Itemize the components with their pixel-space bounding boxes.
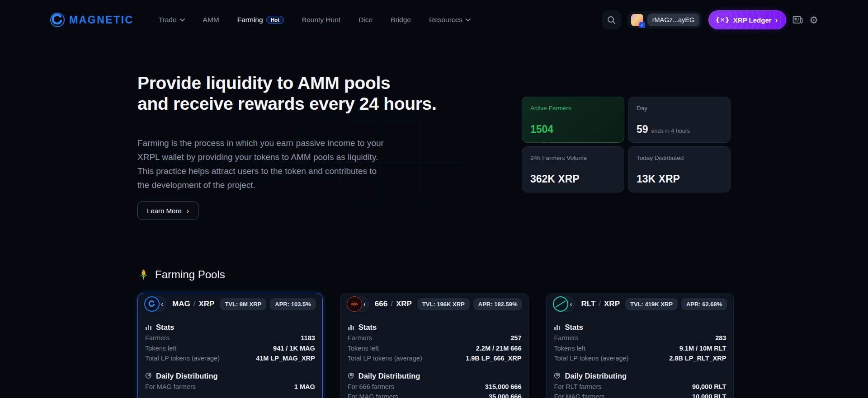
stat-row: Total LP tokens (average)1.9B LP_666_XRP xyxy=(348,353,522,364)
search-icon xyxy=(607,16,616,24)
stat-label: Today Distributed xyxy=(637,155,722,161)
pool-body: Stats Farmers283 Tokens left9.1M / 10M R… xyxy=(547,315,733,398)
pool-card-mag-xrp[interactable]: ‹ MAG/XRP TVL: 8M XRP APR: 103.5% xyxy=(137,293,323,398)
nav-item-label: Trade xyxy=(159,16,177,24)
pool-card-rlt-xrp[interactable]: ‹ RLT/XRP TVL: 419K XRP APR: 62.68% xyxy=(546,293,734,398)
hero-description: Farming is the process in which you earn… xyxy=(137,136,385,192)
pool-pair: MAG/XRP xyxy=(172,300,214,309)
pair-coin-icons: ‹ xyxy=(144,296,167,312)
pool-body: Stats Farmers1183 Tokens left941 / 1K MA… xyxy=(138,315,322,398)
stat-row: Tokens left941 / 1K MAG xyxy=(145,343,315,354)
pie-chart-icon xyxy=(145,372,152,379)
stat-label: 24h Farmers Volume xyxy=(530,155,616,161)
nav-item-bounty-hunt[interactable]: Bounty Hunt xyxy=(302,16,340,24)
mag-coin-icon xyxy=(144,296,160,312)
stats-section-title: Stats xyxy=(348,321,522,333)
chevron-right-icon: › xyxy=(775,16,778,24)
nav-item-label: AMM xyxy=(203,16,219,24)
stat-value: 1504 xyxy=(530,123,616,136)
tvl-badge: TVL: 419K XRP xyxy=(625,298,678,310)
stat-row: Farmers257 xyxy=(348,333,522,343)
nav-item-label: Farming xyxy=(237,16,263,24)
pool-cards: ‹ MAG/XRP TVL: 8M XRP APR: 103.5% xyxy=(137,293,731,398)
pie-chart-icon xyxy=(554,372,561,379)
pools-section-title: Farming Pools xyxy=(137,268,731,281)
rlt-coin-icon xyxy=(553,296,568,312)
news-button[interactable] xyxy=(793,15,803,24)
pool-card-666-xrp[interactable]: ‹ 666 666/XRP TVL: 196K XRP APR: 182.59% xyxy=(340,293,529,398)
bar-chart-icon xyxy=(554,324,561,331)
settings-button[interactable]: ⚙ xyxy=(809,14,818,26)
distributing-section-title: Daily Distributing xyxy=(554,370,726,382)
nav-item-amm[interactable]: AMM xyxy=(203,16,219,24)
nav-item-farming[interactable]: Farming Hot xyxy=(237,16,284,24)
farming-pools-section: Farming Pools ‹ MAG/XRP TVL: 8M X xyxy=(137,268,731,398)
stat-row: Farmers1183 xyxy=(145,333,315,343)
pie-chart-icon xyxy=(348,372,354,379)
plant-icon xyxy=(137,269,150,281)
distributing-section-title: Daily Distributing xyxy=(348,370,522,382)
wallet-button[interactable]: ✓ rMAGz...ayEG xyxy=(627,11,702,28)
stat-card-24h-volume: 24h Farmers Volume 362K XRP xyxy=(522,146,624,192)
apr-badge: APR: 182.59% xyxy=(473,298,523,310)
stats-section-title: Stats xyxy=(145,321,315,333)
stat-row: Tokens left2.2M / 21M 666 xyxy=(348,343,522,354)
xrpl-logo-icon: {✕} xyxy=(715,16,730,23)
gear-icon: ⚙ xyxy=(809,14,818,26)
stat-row: Farmers283 xyxy=(554,333,726,343)
brand-logo[interactable]: MAGNETIC xyxy=(50,12,134,28)
bar-chart-icon xyxy=(348,324,354,331)
stat-value: 59 xyxy=(637,123,648,136)
stat-value: 362K XRP xyxy=(530,173,616,185)
stat-label: Day xyxy=(637,105,722,112)
distributing-row: For RLT farmers90,000 RLT xyxy=(554,382,726,392)
news-icon xyxy=(793,15,803,24)
bar-chart-icon xyxy=(145,324,152,331)
chevron-down-icon xyxy=(466,19,471,22)
stat-label: Active Farmers xyxy=(530,105,616,112)
distributing-row: For MAG farmers10,000 RLT xyxy=(554,392,726,398)
pair-coin-icons: ‹ 666 xyxy=(347,296,369,312)
main-nav: Trade AMM Farming Hot Bounty Hunt Dice B… xyxy=(159,16,471,24)
apr-badge: APR: 103.5% xyxy=(270,298,316,310)
nav-item-dice[interactable]: Dice xyxy=(359,16,373,24)
stat-value: 13K XRP xyxy=(637,173,722,185)
stat-card-active-farmers: Active Farmers 1504 xyxy=(522,97,624,143)
pool-pair: 666/XRP xyxy=(375,300,412,309)
distributing-row: For MAG farmers1 MAG xyxy=(145,382,315,392)
network-label: XRP Ledger xyxy=(733,16,772,24)
stat-row: Tokens left9.1M / 10M RLT xyxy=(554,343,726,354)
distributing-row: For MAG farmers35,000 666 xyxy=(348,392,522,398)
pool-header: ‹ MAG/XRP TVL: 8M XRP APR: 103.5% xyxy=(138,293,322,315)
nav-item-trade[interactable]: Trade xyxy=(159,16,185,24)
stat-card-day: Day 59 ends in 4 hours xyxy=(628,97,731,143)
wallet-address: rMAGz...ayEG xyxy=(647,14,699,26)
network-selector-button[interactable]: {✕} XRP Ledger › xyxy=(708,10,786,29)
tvl-badge: TVL: 8M XRP xyxy=(220,298,266,310)
distributing-row: For 666 farmers315,000 666 xyxy=(348,382,522,392)
apr-badge: APR: 62.68% xyxy=(681,298,727,310)
header-actions: ✓ rMAGz...ayEG {✕} XRP Ledger › ⚙ xyxy=(602,10,818,29)
pool-header: ‹ 666 666/XRP TVL: 196K XRP APR: 182.59% xyxy=(340,293,529,315)
nav-item-label: Bridge xyxy=(391,16,411,24)
hero-section: Provide liquidity to AMM poolsand receiv… xyxy=(137,40,731,268)
chevron-right-icon: › xyxy=(187,207,189,215)
search-button[interactable] xyxy=(602,10,621,29)
distributing-section-title: Daily Distributing xyxy=(145,370,315,382)
wallet-avatar: ✓ xyxy=(631,14,643,26)
nav-item-bridge[interactable]: Bridge xyxy=(391,16,411,24)
666-coin-icon: 666 xyxy=(347,296,362,312)
tvl-badge: TVL: 196K XRP xyxy=(417,298,470,310)
verified-badge-icon: ✓ xyxy=(639,22,645,28)
pool-pair: RLT/XRP xyxy=(581,300,620,309)
stat-row: Total LP tokens (average)41M LP_MAG_XRP xyxy=(145,353,315,364)
pool-body: Stats Farmers257 Tokens left2.2M / 21M 6… xyxy=(340,315,529,398)
nav-item-resources[interactable]: Resources xyxy=(429,16,471,24)
hot-badge: Hot xyxy=(266,16,284,24)
learn-more-label: Learn More xyxy=(147,207,182,215)
learn-more-button[interactable]: Learn More › xyxy=(137,201,198,220)
brand-logo-icon xyxy=(50,12,65,28)
stat-suffix: ends in 4 hours xyxy=(651,128,690,134)
top-nav: MAGNETIC Trade AMM Farming Hot Bounty Hu… xyxy=(0,0,868,40)
farming-stats-grid: Active Farmers 1504 Day 59 ends in 4 hou… xyxy=(522,97,731,192)
